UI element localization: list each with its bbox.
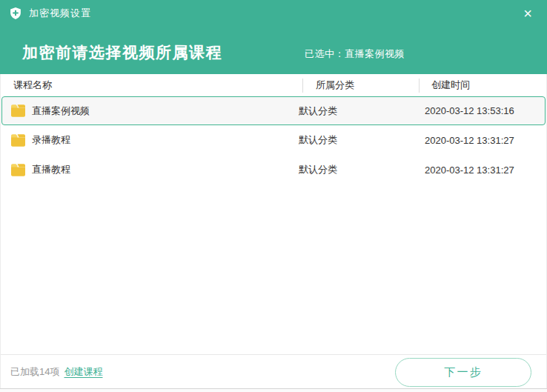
create-course-link[interactable]: 创建课程 (64, 365, 102, 379)
table-row-live-case-video[interactable]: 直播案例视频 默认分类 2020-03-12 13:53:16 (1, 96, 546, 125)
titlebar: 加密视频设置 × (0, 0, 547, 27)
course-name: 直播案例视频 (32, 104, 90, 118)
course-created-time: 2020-03-12 13:31:27 (425, 135, 547, 146)
loaded-count-label: 已加载14项 (10, 365, 59, 379)
window-border (0, 74, 1, 388)
folder-icon (10, 104, 26, 118)
table-row-recorded-tutorial[interactable]: 录播教程 默认分类 2020-03-12 13:31:27 (0, 125, 547, 155)
folder-icon (10, 133, 26, 147)
column-divider (302, 79, 303, 93)
table-header: 课程名称 所属分类 创建时间 (0, 74, 547, 96)
next-step-button[interactable]: 下一步 (395, 358, 531, 387)
course-category: 默认分类 (299, 133, 425, 147)
course-list: 直播案例视频 默认分类 2020-03-12 13:53:16 录播教程 默认分… (0, 96, 547, 185)
column-header-category: 所属分类 (305, 79, 419, 92)
course-category: 默认分类 (299, 104, 425, 118)
window-border (0, 388, 547, 392)
close-icon[interactable]: × (517, 3, 538, 24)
column-header-course-name: 课程名称 (0, 79, 305, 92)
column-header-created-time: 创建时间 (419, 79, 547, 92)
selected-course-summary: 已选中：直播案例视频 (305, 47, 405, 61)
table-row-live-tutorial[interactable]: 直播教程 默认分类 2020-03-12 13:31:27 (0, 155, 547, 185)
course-name: 录播教程 (32, 133, 70, 147)
page-title: 加密前请选择视频所属课程 (22, 42, 222, 63)
course-created-time: 2020-03-12 13:31:27 (425, 165, 547, 176)
window-title: 加密视频设置 (29, 7, 91, 20)
course-category: 默认分类 (299, 163, 425, 176)
course-created-time: 2020-03-12 13:53:16 (425, 105, 545, 116)
column-divider (419, 79, 420, 93)
encrypt-video-dialog: 加密视频设置 × 加密前请选择视频所属课程 已选中：直播案例视频 课程名称 所属… (0, 0, 547, 392)
course-name: 直播教程 (32, 163, 70, 176)
dialog-header: 加密视频设置 × 加密前请选择视频所属课程 已选中：直播案例视频 (0, 0, 547, 74)
folder-icon (10, 163, 26, 177)
course-name-cell: 录播教程 (0, 133, 299, 147)
course-name-cell: 直播案例视频 (2, 104, 299, 118)
shield-plus-icon (9, 7, 22, 20)
course-name-cell: 直播教程 (0, 163, 299, 177)
